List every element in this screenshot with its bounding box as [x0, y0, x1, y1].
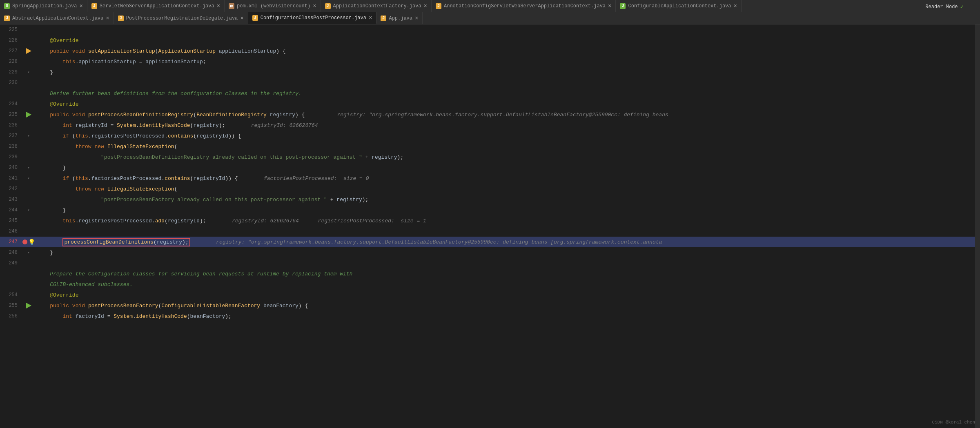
code-line-256: 256 int factoryId = System.identityHashC…: [0, 311, 980, 322]
gutter-237: ▾: [22, 133, 35, 138]
tab-configclass[interactable]: J ConfigurationClassPostProcessor.java ×: [248, 12, 377, 24]
line-number: 227: [0, 48, 22, 54]
line-number: 230: [0, 80, 22, 86]
code-line-comment2: Prepare the Configuration classes for se…: [0, 268, 980, 279]
scrollbar[interactable]: [975, 24, 980, 428]
line-content: }: [35, 207, 980, 213]
close-icon[interactable]: ×: [240, 15, 243, 22]
gutter-255: [22, 303, 35, 308]
code-line-237: 237 ▾ if (this.registriesPostProcessed.c…: [0, 131, 980, 141]
code-line-230: 230: [0, 78, 980, 88]
fold-icon: ▾: [27, 250, 30, 255]
close-icon[interactable]: ×: [313, 3, 316, 9]
line-number: 244: [0, 207, 22, 213]
java-icon: J: [381, 16, 386, 21]
line-content: int registryId = System.identityHashCode…: [35, 122, 980, 129]
code-lines: 225 226 @Override 227 public void setApp…: [0, 24, 980, 428]
line-content: [35, 260, 980, 266]
java-icon: J: [4, 16, 10, 21]
line-number: 241: [0, 175, 22, 181]
close-icon[interactable]: ×: [217, 3, 220, 9]
line-number: 246: [0, 228, 22, 234]
tab-annotation[interactable]: J AnnotationConfigServletWebServerApplic…: [432, 0, 616, 12]
line-content: if (this.registriesPostProcessed.contain…: [35, 133, 980, 139]
app-icon: J: [325, 3, 331, 9]
close-icon[interactable]: ×: [106, 15, 109, 22]
tab-abstract[interactable]: J AbstractApplicationContext.java ×: [0, 12, 114, 24]
code-line-246: 246: [0, 226, 980, 237]
gutter-247: 💡: [22, 239, 35, 246]
line-number: 228: [0, 59, 22, 64]
tab-appctx[interactable]: J ApplicationContextFactory.java ×: [321, 0, 432, 12]
code-line-228: 228 this.applicationStartup = applicatio…: [0, 56, 980, 67]
line-content: [35, 228, 980, 235]
close-icon[interactable]: ×: [734, 3, 737, 9]
line-content: @Override: [35, 101, 980, 107]
execution-arrow-icon: [26, 112, 31, 118]
tab-label: pom.xml (webvisitercount): [237, 3, 310, 9]
close-icon[interactable]: ×: [369, 15, 372, 21]
line-content: Prepare the Configuration classes for se…: [35, 271, 980, 277]
line-content: CGLIB-enhanced subclasses.: [35, 282, 980, 288]
tab-label: ApplicationContextFactory.java: [333, 3, 421, 9]
tab-label: SpringApplication.java: [12, 3, 77, 9]
line-content: this.registriesPostProcessed.add(registr…: [35, 218, 980, 224]
execution-arrow-icon: [26, 303, 31, 308]
close-icon[interactable]: ×: [415, 15, 418, 22]
code-line-249: 249: [0, 258, 980, 268]
line-number: 238: [0, 144, 22, 149]
annotation-icon: J: [436, 3, 441, 9]
tab-label: ConfigurationClassPostProcessor.java: [261, 15, 366, 21]
java-icon: J: [118, 16, 124, 21]
line-content: public void postProcessBeanFactory(Confi…: [35, 303, 980, 309]
highlighted-call: processConfigBeanDefinitions(registry);: [62, 238, 190, 246]
line-content: @Override: [35, 292, 980, 298]
line-content: public void setApplicationStartup(Applic…: [35, 48, 980, 54]
line-number: 234: [0, 101, 22, 107]
line-number: 247: [0, 239, 22, 245]
tab-bar-bottom: J AbstractApplicationContext.java × J Po…: [0, 12, 980, 24]
close-icon[interactable]: ×: [79, 3, 82, 9]
line-number: 254: [0, 292, 22, 298]
line-number: 229: [0, 69, 22, 75]
gutter-240: ▾: [22, 165, 35, 170]
tab-postprocessor[interactable]: J PostProcessorRegistrationDelegate.java…: [114, 12, 248, 24]
line-content: throw new IllegalStateException(: [35, 144, 980, 150]
code-editor[interactable]: 225 226 @Override 227 public void setApp…: [0, 24, 980, 428]
code-line-236: 236 int registryId = System.identityHash…: [0, 120, 980, 131]
tab-app2[interactable]: J App.java ×: [376, 12, 423, 24]
line-content: [35, 80, 980, 86]
line-number: 255: [0, 303, 22, 308]
line-number: 245: [0, 218, 22, 224]
line-number: 235: [0, 112, 22, 118]
close-icon[interactable]: ×: [608, 3, 611, 9]
line-number: 240: [0, 165, 22, 171]
line-content: Derive further bean definitions from the…: [35, 91, 980, 97]
tab-servlet[interactable]: J ServletWebServerApplicationContext.jav…: [87, 0, 225, 12]
main-code-area: 225 226 @Override 227 public void setApp…: [0, 24, 980, 428]
code-line-234: 234 @Override: [0, 99, 980, 109]
code-line-comment2b: CGLIB-enhanced subclasses.: [0, 279, 980, 290]
line-content: }: [35, 250, 980, 256]
gutter-227: [22, 48, 35, 54]
line-number: 236: [0, 122, 22, 128]
tab-label: AnnotationConfigServletWebServerApplicat…: [444, 3, 606, 9]
fold-icon: ▾: [27, 133, 30, 138]
code-line-227: 227 public void setApplicationStartup(Ap…: [0, 46, 980, 56]
gutter-241: ▾: [22, 176, 35, 181]
tab-configurable[interactable]: J ConfigurableApplicationContext.java ×: [616, 0, 741, 12]
code-line-241: 241 ▾ if (this.factoriesPostProcessed.co…: [0, 173, 980, 184]
code-line-229: 229 ▾ }: [0, 67, 980, 78]
tab-label: ConfigurableApplicationContext.java: [628, 3, 731, 9]
tab-pom[interactable]: m pom.xml (webvisitercount) ×: [225, 0, 321, 12]
line-content: int factoryId = System.identityHashCode(…: [35, 313, 980, 319]
watermark: CSDN @koral chen: [932, 420, 975, 425]
line-content: }: [35, 69, 980, 75]
code-line-240: 240 ▾ }: [0, 162, 980, 173]
maven-icon: m: [229, 3, 234, 9]
tab-spring[interactable]: S SpringApplication.java ×: [0, 0, 87, 12]
line-content: throw new IllegalStateException(: [35, 186, 980, 192]
close-icon[interactable]: ×: [424, 3, 427, 9]
line-content: processConfigBeanDefinitions(registry); …: [35, 238, 980, 246]
code-line-238: 238 throw new IllegalStateException(: [0, 141, 980, 152]
